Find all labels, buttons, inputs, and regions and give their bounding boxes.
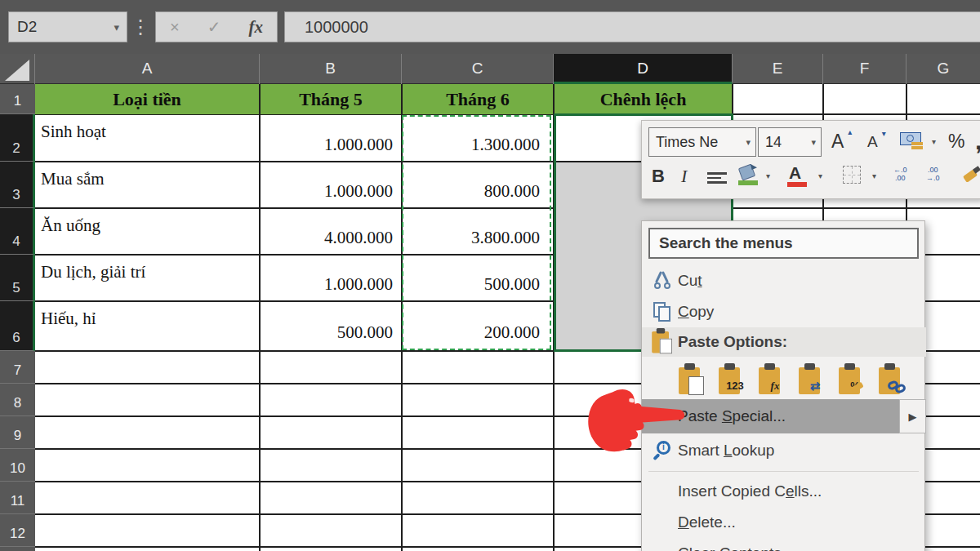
row-header-5[interactable]: 5 [0, 255, 35, 301]
paste-transpose-icon[interactable]: ⇄ [798, 363, 826, 396]
paste-formatting-icon[interactable]: % [838, 363, 866, 396]
row-header-12[interactable]: 12 [0, 514, 35, 547]
cell-d1-header[interactable]: Chênh lệch [555, 84, 732, 114]
chevron-down-icon: ▾ [746, 137, 751, 148]
paste-formulas-icon[interactable]: fx [758, 363, 786, 396]
insert-function-icon[interactable]: fx [248, 17, 263, 38]
menu-separator [648, 471, 919, 472]
chevron-down-icon[interactable]: ▾ [766, 171, 770, 180]
column-header-a[interactable]: A [35, 54, 260, 84]
cell-a5[interactable]: Du lịch, giải trí [35, 255, 259, 300]
fill-color-button[interactable] [738, 164, 760, 187]
row-header-11[interactable]: 11 [0, 482, 35, 514]
row-header-10[interactable]: 10 [0, 449, 35, 482]
mini-toolbar: Times Ne ▾ 14 ▾ A▴ A▾ ▾ % , ↔ B I [641, 120, 980, 199]
menu-item-delete[interactable]: Delete... [642, 507, 926, 538]
row-header-8[interactable]: 8 [0, 384, 35, 416]
name-box-value: D2 [9, 18, 37, 36]
caret-down-icon: ▾ [882, 129, 886, 138]
menu-item-insert-copied-cells[interactable]: Insert Copied Cells... [642, 476, 926, 507]
cell-a6[interactable]: Hiếu, hỉ [35, 301, 259, 349]
copy-icon [652, 301, 673, 322]
select-all-button[interactable] [0, 54, 35, 84]
percent-style-button[interactable]: % [948, 131, 964, 153]
row-header-13-partial[interactable] [0, 547, 35, 551]
grow-font-button[interactable]: A▴ [831, 131, 844, 153]
chevron-down-icon[interactable]: ▾ [114, 21, 119, 33]
menu-item-copy[interactable]: Copy [642, 296, 926, 327]
paste-values-icon[interactable]: 123 [718, 363, 746, 396]
row-header-3[interactable]: 3 [0, 162, 35, 208]
decrease-decimal-icon[interactable]: .00 →.0 [926, 166, 940, 182]
align-center-icon[interactable] [707, 170, 727, 186]
row-header-4[interactable]: 4 [0, 208, 35, 255]
cell-a4[interactable]: Ăn uống [35, 208, 259, 254]
confirm-icon[interactable]: ✓ [207, 17, 221, 37]
font-name-value: Times Ne [649, 134, 718, 151]
accounting-format-icon[interactable] [900, 131, 924, 150]
name-box[interactable]: D2 ▾ [8, 11, 127, 42]
comma-style-button[interactable]: , [975, 127, 980, 155]
italic-button[interactable]: I [681, 166, 687, 187]
menu-item-paste-options: Paste Options: [642, 327, 926, 358]
column-header-e[interactable]: E [733, 54, 823, 84]
cell-a3[interactable]: Mua sắm [35, 162, 259, 207]
font-color-button[interactable]: A [789, 163, 801, 183]
cell-b3[interactable]: 1.000.000 [261, 162, 401, 207]
font-name-dropdown[interactable]: Times Ne ▾ [648, 127, 756, 157]
format-painter-icon[interactable] [962, 166, 980, 185]
scissors-icon [652, 270, 673, 291]
column-header-g[interactable]: G [906, 54, 980, 84]
cell-a2[interactable]: Sinh hoạt [35, 114, 259, 161]
row-header-7[interactable]: 7 [0, 351, 35, 384]
formula-buttons: × ✓ fx [155, 11, 278, 42]
caret-up-icon: ▴ [848, 127, 852, 136]
copied-range-marching-ants [402, 115, 551, 350]
menu-item-cut[interactable]: Cut [642, 265, 926, 296]
more-options-icon[interactable]: ⋮ [131, 11, 145, 43]
column-header-c[interactable]: C [402, 54, 554, 84]
excel-window: D2 ▾ ⋮ × ✓ fx 1000000 A B C D E F G 1 2 … [0, 0, 980, 551]
cell-b5[interactable]: 1.000.000 [261, 255, 401, 300]
search-menus-text: Search the menus [650, 234, 793, 252]
font-size-dropdown[interactable]: 14 ▾ [758, 127, 822, 157]
increase-decimal-icon[interactable]: ←.0 .00 [893, 166, 907, 182]
chevron-down-icon[interactable]: ▾ [932, 137, 936, 146]
cell-b6[interactable]: 500.000 [261, 301, 401, 349]
formula-value: 1000000 [285, 18, 368, 37]
cell-b4[interactable]: 4.000.000 [261, 208, 401, 254]
column-headers: A B C D E F G [0, 54, 980, 84]
column-header-b[interactable]: B [260, 54, 402, 84]
row-header-1[interactable]: 1 [0, 84, 35, 114]
column-header-f[interactable]: F [823, 54, 906, 84]
select-all-triangle-icon [5, 60, 29, 81]
bold-button[interactable]: B [652, 166, 665, 187]
cell-c1-header[interactable]: Tháng 6 [403, 84, 553, 114]
cancel-icon[interactable]: × [170, 18, 180, 37]
cell-b2[interactable]: 1.000.000 [261, 114, 401, 161]
formula-bar-chrome: D2 ▾ ⋮ × ✓ fx 1000000 [0, 0, 980, 54]
pointing-hand-cursor [582, 380, 687, 469]
chevron-down-icon: ▾ [811, 137, 816, 148]
chevron-down-icon[interactable]: ▾ [872, 171, 876, 180]
formula-input[interactable]: 1000000 [284, 11, 980, 42]
borders-button[interactable] [843, 166, 861, 184]
row-header-6[interactable]: 6 [0, 301, 35, 351]
shrink-font-button[interactable]: A▾ [867, 133, 878, 151]
font-size-value: 14 [759, 134, 782, 151]
paste-icon [651, 328, 673, 354]
paste-link-icon[interactable] [878, 363, 906, 396]
cell-a1-header[interactable]: Loại tiền [35, 84, 259, 114]
chevron-down-icon[interactable]: ▾ [818, 171, 822, 180]
cell-b1-header[interactable]: Tháng 5 [261, 84, 401, 114]
row-header-9[interactable]: 9 [0, 416, 35, 449]
row-header-2[interactable]: 2 [0, 114, 35, 162]
column-header-d-selected[interactable]: D [554, 54, 733, 84]
menu-item-clear-contents[interactable]: Clear Contents [642, 538, 926, 551]
search-menus-input[interactable]: Search the menus [648, 228, 919, 259]
